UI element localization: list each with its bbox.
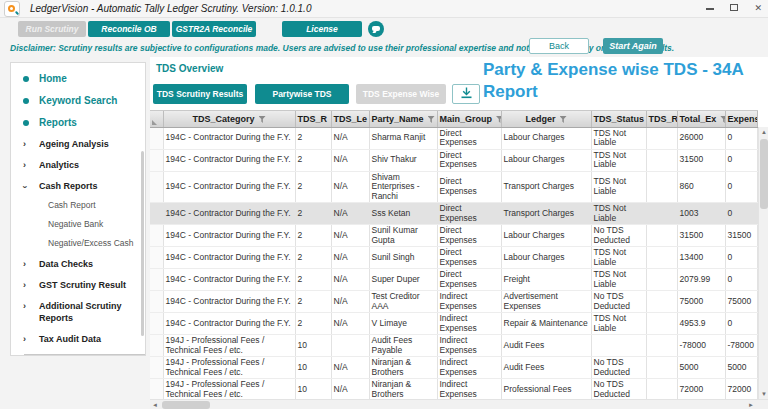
sidebar-item-ageing-analysis[interactable]: ›Ageing Analysis [11,138,145,150]
column-header-total-ex[interactable]: Total_Ex [677,111,725,127]
scroll-right-icon[interactable]: ► [746,400,756,409]
table-row[interactable]: 194J - Professional Fees / Technical Fee… [150,335,757,357]
table-row[interactable]: 194C - Contractor During the F.Y.2N/ATes… [150,291,757,313]
cell-total-ex: 31500 [677,225,725,247]
column-header-tds-status[interactable]: TDS_Status [591,111,646,127]
table-row[interactable]: 194C - Contractor During the F.Y.2N/ASha… [150,127,757,149]
sidebar-item-reports[interactable]: Reports [11,117,145,129]
cell-ledger: Repair & Maintenance [501,313,591,335]
start-again-button[interactable]: Start Again [603,38,663,54]
filter-icon[interactable] [428,116,435,123]
scroll-left-icon[interactable]: ◄ [150,400,160,409]
table-row[interactable]: 194C - Contractor During the F.Y.2N/ASun… [150,247,757,269]
export-button[interactable] [452,84,480,104]
sidebar-item-cash-reports[interactable]: ›Cash Reports [11,180,145,192]
filter-icon[interactable] [560,116,567,123]
cell-total-ex: 4953.9 [677,313,725,335]
cell-ledger: Transport Charges [501,171,591,203]
select-all-corner[interactable] [150,111,163,127]
row-handle[interactable] [150,379,163,400]
table-row[interactable]: 194C - Contractor During the F.Y.2N/ASup… [150,269,757,291]
row-handle[interactable] [150,149,163,171]
cell-expense: 5000 [725,357,757,379]
column-header-expens[interactable]: Expens [725,111,757,127]
row-handle[interactable] [150,127,163,149]
sidebar-item-tds-scrutiny-result[interactable]: TDS Scrutiny Result [24,354,145,356]
data-table: TDS_CategoryTDS_RTDS_LeParty_NameMain_Gr… [150,111,758,399]
horizontal-scrollbar[interactable]: ◄ ► [150,399,768,409]
cell-tds-r [646,313,677,335]
row-handle[interactable] [150,225,163,247]
cell-tds-rate: 10 [295,357,331,379]
filter-icon[interactable] [259,116,266,123]
sidebar-item-additional-scrutiny-reports[interactable]: ›Additional Scrutiny Reports [11,300,145,324]
cell-tds-category: 194C - Contractor During the F.Y. [163,269,295,291]
sidebar-item-tax-audit-data[interactable]: ›Tax Audit Data [11,333,145,345]
tab-partywise-tds-summary[interactable]: Partywise TDS Summary [255,84,349,104]
cell-tds-status: No TDS Deducted [591,357,646,379]
report-title: Party & Expense wise TDS - 34A Report [483,59,761,104]
column-header-party-name[interactable]: Party_Name [369,111,437,127]
close-button[interactable]: ✕ [754,2,762,15]
row-handle[interactable] [150,357,163,379]
license-button[interactable]: License [282,21,362,37]
row-handle[interactable] [150,291,163,313]
vertical-scroll-thumb[interactable] [760,139,768,209]
cell-tds-rate: 2 [295,127,331,149]
row-handle[interactable] [150,247,163,269]
row-handle[interactable] [150,335,163,357]
table-row[interactable]: 194C - Contractor During the F.Y.2N/ASss… [150,203,757,225]
cell-tds-r [646,335,677,357]
cell-tds-status: TDS Not Liable [591,203,646,225]
gstr2a-reconcile-button[interactable]: GSTR2A Reconcile [172,21,256,37]
table-row[interactable]: 194J - Professional Fees / Technical Fee… [150,379,757,400]
sidebar-item-analytics[interactable]: ›Analytics [11,159,145,171]
support-chat-button[interactable] [368,21,384,37]
minimize-button[interactable] [706,2,714,15]
column-header-tds-category[interactable]: TDS_Category [163,111,295,127]
cell-tds-r [646,203,677,225]
table-row[interactable]: 194C - Contractor During the F.Y.2N/ASun… [150,225,757,247]
sidebar-item-negative-bank[interactable]: Negative Bank [11,219,145,230]
cell-party-name: Super Duper [369,269,437,291]
scroll-up-icon[interactable]: ▲ [759,127,768,137]
sidebar-item-negative-excess-cash[interactable]: Negative/Excess Cash [11,238,145,249]
sidebar-item-cash-report[interactable]: Cash Report [11,200,145,211]
back-button[interactable]: Back [529,38,589,54]
table-row[interactable]: 194C - Contractor During the F.Y.2N/AShi… [150,171,757,203]
sidebar-item-home[interactable]: Home [11,73,145,85]
horizontal-scroll-thumb[interactable] [162,401,210,409]
cell-ledger: Audit Fees [501,335,591,357]
sidebar-item-label: Ageing Analysis [39,139,109,149]
table-row[interactable]: 194C - Contractor During the F.Y.2N/AShi… [150,149,757,171]
run-scrutiny-button[interactable]: Run Scrutiny [18,21,86,37]
bullet-icon [23,76,29,82]
maximize-button[interactable] [730,2,738,15]
cell-ledger: Audit Fees [501,357,591,379]
row-handle[interactable] [150,203,163,225]
tab-tds-expense-wise[interactable]: TDS Expense Wise [356,84,446,104]
column-header-tds-le[interactable]: TDS_Le [331,111,369,127]
column-header-tds-r[interactable]: TDS_R [295,111,331,127]
cell-tds-r [646,291,677,313]
sidebar-item-keyword-search[interactable]: Keyword Search [11,95,145,107]
sidebar: HomeKeyword SearchReports›Ageing Analysi… [10,62,146,356]
reconcile-ob-button[interactable]: Reconcile OB [88,21,170,37]
table-row[interactable]: 194C - Contractor During the F.Y.2N/AV L… [150,313,757,335]
sidebar-item-gst-scrutiny-result[interactable]: ›GST Scrutiny Result [11,279,145,291]
sidebar-item-data-checks[interactable]: ›Data Checks [11,258,145,270]
cell-tds-rate: 2 [295,225,331,247]
tab-tds-scrutiny-results[interactable]: TDS Scrutiny Results [153,84,247,104]
table-row[interactable]: 194J - Professional Fees / Technical Fee… [150,357,757,379]
row-handle[interactable] [150,313,163,335]
column-header-ledger[interactable]: Ledger [501,111,591,127]
chevron-right-icon: › [23,279,26,291]
scroll-down-icon[interactable]: ▼ [759,389,768,399]
row-handle[interactable] [150,171,163,203]
row-handle[interactable] [150,269,163,291]
column-header-tds-r[interactable]: TDS_R [646,111,677,127]
maximize-icon [730,4,738,11]
vertical-scrollbar[interactable]: ▲ ▼ [758,127,768,399]
sidebar-scrollbar[interactable] [141,151,144,336]
column-header-main-group[interactable]: Main_Group [437,111,501,127]
